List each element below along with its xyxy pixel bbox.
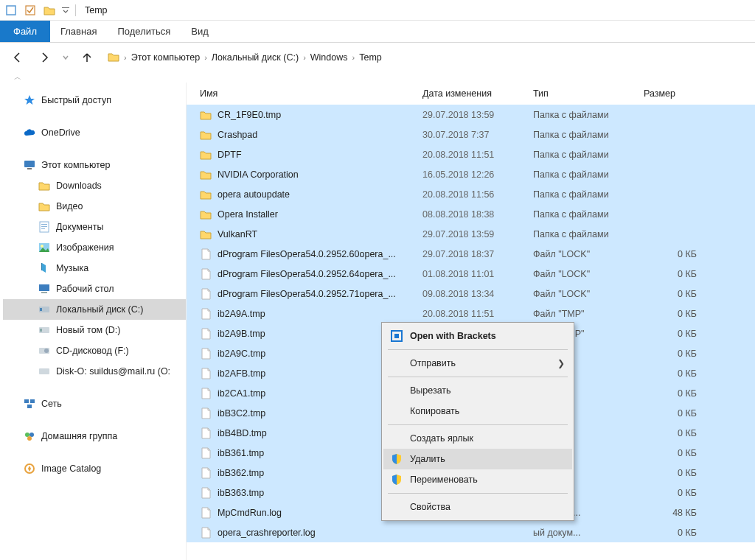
file-type: Папка с файлами bbox=[533, 130, 644, 140]
homegroup-icon bbox=[24, 430, 35, 442]
ribbon-collapse-handle[interactable]: ︿ bbox=[0, 72, 35, 83]
breadcrumb-bar[interactable]: › Этот компьютер › Локальный диск (C:) ›… bbox=[108, 52, 382, 64]
svg-rect-1 bbox=[26, 6, 35, 15]
file-type: Папка с файлами bbox=[533, 169, 644, 180]
file-size: 0 КБ bbox=[644, 368, 710, 379]
sidebar-thispc-child[interactable]: Изображения bbox=[3, 237, 186, 258]
file-icon bbox=[200, 248, 212, 260]
qat-checkbox-icon[interactable] bbox=[22, 2, 38, 18]
sidebar-this-pc[interactable]: Этот компьютер bbox=[3, 155, 186, 175]
svg-rect-13 bbox=[41, 292, 47, 293]
svg-point-26 bbox=[27, 436, 32, 441]
context-menu-properties[interactable]: Свойства bbox=[383, 497, 572, 517]
sidebar-thispc-child[interactable]: Видео bbox=[3, 196, 186, 217]
chevron-right-icon[interactable]: › bbox=[303, 53, 306, 62]
blank-icon bbox=[389, 500, 404, 514]
file-row[interactable]: CR_1F9E0.tmp29.07.2018 13:59Папка с файл… bbox=[187, 105, 755, 125]
context-menu-copy[interactable]: Копировать bbox=[383, 401, 572, 421]
blank-icon bbox=[389, 431, 404, 446]
context-menu-send-to[interactable]: Отправить ❯ bbox=[383, 353, 572, 374]
sidebar-thispc-child[interactable]: Рабочий стол bbox=[3, 279, 186, 299]
qat-folder-icon[interactable] bbox=[41, 2, 58, 18]
file-icon bbox=[200, 507, 212, 519]
svg-rect-15 bbox=[40, 308, 42, 311]
sidebar-thispc-child[interactable]: Downloads bbox=[3, 175, 186, 196]
folder-icon bbox=[200, 169, 212, 181]
column-header-size[interactable]: Размер bbox=[644, 88, 710, 99]
sidebar-homegroup[interactable]: Домашняя группа bbox=[3, 426, 186, 447]
file-row[interactable]: opera_crashreporter.logый докум...0 КБ bbox=[187, 522, 755, 542]
nav-recent-dropdown[interactable] bbox=[60, 47, 71, 68]
navigation-bar: › Этот компьютер › Локальный диск (C:) ›… bbox=[0, 43, 755, 72]
column-header-date[interactable]: Дата изменения bbox=[422, 88, 533, 99]
context-menu-rename[interactable]: Переименовать bbox=[383, 469, 572, 490]
sidebar-item-label: Изображения bbox=[56, 242, 114, 253]
ribbon-tab-view[interactable]: Вид bbox=[181, 21, 219, 42]
sidebar-thispc-child[interactable]: Музыка bbox=[3, 258, 186, 279]
sidebar-thispc-child[interactable]: Документы bbox=[3, 217, 186, 237]
breadcrumb-item[interactable]: Локальный диск (C:) bbox=[212, 52, 299, 63]
context-menu-separator bbox=[388, 377, 568, 377]
column-header-name[interactable]: Имя bbox=[187, 88, 422, 99]
file-size: 0 КБ bbox=[644, 488, 710, 498]
nav-up-button[interactable] bbox=[77, 47, 97, 68]
file-row[interactable]: VulkanRT29.07.2018 13:59Папка с файлами bbox=[187, 224, 755, 244]
file-row[interactable]: dProgram FilesOpera54.0.2952.64opera_...… bbox=[187, 264, 755, 284]
svg-rect-2 bbox=[62, 7, 69, 8]
qat-properties-icon[interactable] bbox=[3, 2, 19, 18]
svg-rect-7 bbox=[41, 226, 47, 227]
file-row[interactable]: opera autoupdate20.08.2018 11:56Папка с … bbox=[187, 184, 755, 204]
svg-rect-21 bbox=[24, 399, 29, 403]
sidebar-image-catalog[interactable]: Image Catalog bbox=[3, 458, 186, 479]
ribbon-tab-home[interactable]: Главная bbox=[50, 21, 107, 42]
file-size: 0 КБ bbox=[644, 448, 710, 458]
sidebar-item-label: Музыка bbox=[56, 263, 88, 273]
chevron-right-icon[interactable]: › bbox=[352, 53, 355, 62]
file-row[interactable]: Crashpad30.07.2018 7:37Папка с файлами bbox=[187, 125, 755, 144]
file-type: Папка с файлами bbox=[533, 209, 644, 220]
file-icon bbox=[200, 427, 212, 439]
file-name: opera_crashreporter.log bbox=[218, 528, 316, 538]
file-date: 01.08.2018 11:01 bbox=[422, 269, 533, 279]
column-headers: Имя Дата изменения Тип Размер bbox=[187, 83, 755, 105]
qat-dropdown-icon[interactable] bbox=[60, 2, 71, 18]
chevron-right-icon[interactable]: › bbox=[204, 53, 207, 62]
svg-rect-20 bbox=[39, 368, 49, 374]
sidebar-thispc-child[interactable]: CD-дисковод (F:) bbox=[3, 340, 186, 361]
breadcrumb-item[interactable]: Этот компьютер bbox=[131, 52, 200, 63]
file-name: Crashpad bbox=[218, 130, 257, 140]
sidebar-thispc-child[interactable]: Локальный диск (C:) bbox=[3, 299, 186, 320]
breadcrumb-item[interactable]: Temp bbox=[359, 52, 382, 63]
sidebar-onedrive[interactable]: OneDrive bbox=[3, 122, 186, 143]
breadcrumb-item[interactable]: Windows bbox=[310, 52, 348, 63]
nav-forward-button[interactable] bbox=[34, 47, 55, 68]
sidebar-item-label: Локальный диск (C:) bbox=[56, 304, 143, 315]
ribbon-tab-file[interactable]: Файл bbox=[0, 21, 50, 42]
nav-back-button[interactable] bbox=[7, 47, 28, 68]
file-row[interactable]: dProgram FilesOpera54.0.2952.60opera_...… bbox=[187, 244, 755, 264]
sidebar-thispc-child[interactable]: Disk-O: suildus@mail.ru (O: bbox=[3, 361, 186, 382]
drive-icon bbox=[38, 180, 50, 192]
column-header-type[interactable]: Тип bbox=[533, 88, 644, 99]
file-date: 20.08.2018 11:51 bbox=[422, 309, 533, 319]
chevron-right-icon[interactable]: › bbox=[124, 53, 127, 62]
file-row[interactable]: NVIDIA Corporation16.05.2018 12:26Папка … bbox=[187, 164, 755, 184]
context-menu-delete[interactable]: Удалить bbox=[383, 449, 572, 469]
drive-icon bbox=[38, 365, 50, 377]
sidebar-item-label: Downloads bbox=[56, 181, 102, 191]
file-row[interactable]: DPTF20.08.2018 11:51Папка с файлами bbox=[187, 144, 755, 164]
context-menu-create-shortcut[interactable]: Создать ярлык bbox=[383, 428, 572, 449]
ribbon-tabs: Файл Главная Поделиться Вид bbox=[0, 21, 755, 43]
sidebar-thispc-child[interactable]: Новый том (D:) bbox=[3, 320, 186, 340]
file-row[interactable]: ib2A9A.tmp20.08.2018 11:51Файл "TMP"0 КБ bbox=[187, 304, 755, 323]
file-icon bbox=[200, 288, 212, 300]
file-name: opera autoupdate bbox=[218, 189, 290, 200]
sidebar-network[interactable]: Сеть bbox=[3, 393, 186, 414]
file-row[interactable]: Opera Installer08.08.2018 18:38Папка с ф… bbox=[187, 204, 755, 224]
file-row[interactable]: dProgram FilesOpera54.0.2952.71opera_...… bbox=[187, 284, 755, 304]
file-name: ibB362.tmp bbox=[218, 468, 264, 478]
sidebar-quick-access[interactable]: Быстрый доступ bbox=[3, 90, 186, 111]
context-menu-cut[interactable]: Вырезать bbox=[383, 380, 572, 401]
context-menu-open-with-brackets[interactable]: Open with Brackets bbox=[383, 326, 572, 346]
ribbon-tab-share[interactable]: Поделиться bbox=[107, 21, 181, 42]
